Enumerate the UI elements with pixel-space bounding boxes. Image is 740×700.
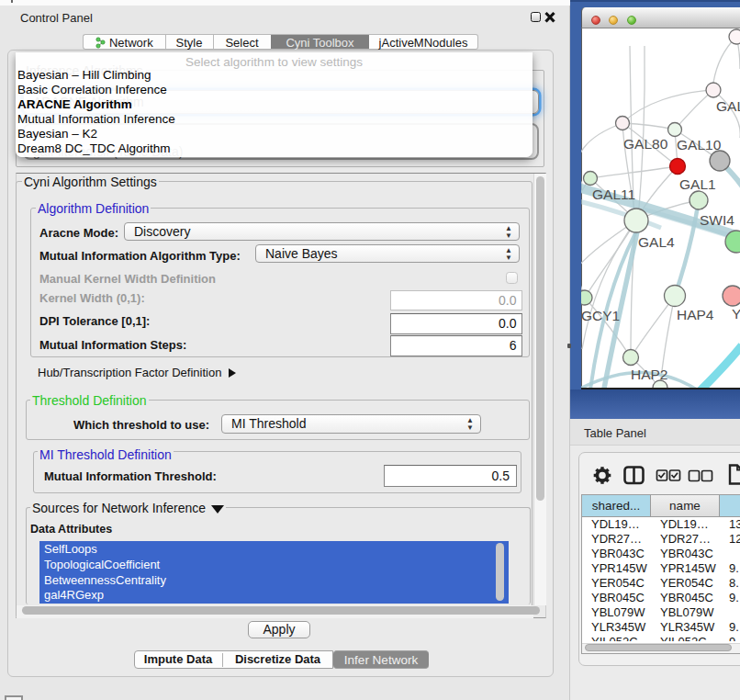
- svg-text:GAL4: GAL4: [638, 234, 675, 250]
- svg-text:HAP2: HAP2: [631, 367, 668, 382]
- svg-text:GAL1: GAL1: [679, 176, 716, 192]
- svg-text:Y: Y: [732, 306, 740, 322]
- svg-text:GAL: GAL: [716, 98, 740, 114]
- svg-text:HAP4: HAP4: [677, 307, 714, 322]
- svg-text:GAL10: GAL10: [677, 137, 722, 152]
- svg-text:GCY1: GCY1: [581, 308, 620, 323]
- svg-text:SWI4: SWI4: [700, 212, 734, 228]
- svg-text:GAL80: GAL80: [623, 136, 668, 152]
- svg-text:GAL11: GAL11: [592, 186, 635, 202]
